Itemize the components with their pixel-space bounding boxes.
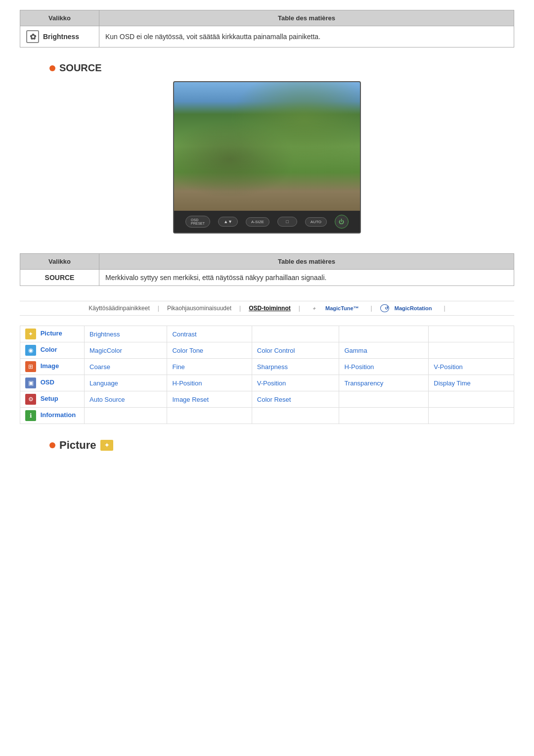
nav-magicrotation-label[interactable]: MagicRotation bbox=[391, 305, 436, 311]
brightness-row: ✿ Brightness bbox=[26, 30, 93, 43]
source-header: SOURCE bbox=[49, 62, 514, 74]
nav-sep-2: | bbox=[235, 305, 245, 312]
col1-header: Valikko bbox=[20, 10, 99, 26]
picture-title: Picture bbox=[59, 439, 96, 452]
nav-sep-1: | bbox=[154, 305, 163, 312]
osd-menu-color: ◉ Color bbox=[20, 342, 85, 359]
image-vposition-link[interactable]: V-Position bbox=[429, 359, 514, 375]
osd-row-image: ⊞ Image Coarse Fine Sharpness H-Position… bbox=[20, 359, 514, 375]
osd-hposition-link[interactable]: H-Position bbox=[167, 375, 252, 391]
info-empty-3 bbox=[252, 408, 339, 424]
osd-row-information: ℹ Information bbox=[20, 408, 514, 424]
setup-menu-icon: ⚙ bbox=[25, 394, 36, 405]
nav-sep-4: | bbox=[367, 305, 376, 312]
picture-menu-label[interactable]: Picture bbox=[41, 330, 62, 337]
image-menu-label[interactable]: Image bbox=[41, 362, 59, 370]
col2-header-2: Table des matières bbox=[99, 254, 514, 270]
color-magiccolor-link[interactable]: MagicColor bbox=[85, 342, 167, 359]
osd-menu-osd: ▣ OSD bbox=[20, 375, 85, 391]
arrow-button[interactable]: ▲▼ bbox=[218, 217, 238, 227]
brightness-desc: Kun OSD ei ole näytössä, voit säätää kir… bbox=[99, 26, 514, 47]
nav-magicrotation[interactable]: ↺ MagicRotation bbox=[376, 304, 440, 312]
nav-item-controls[interactable]: Käyttösäädinpainikkeet bbox=[85, 305, 153, 312]
color-empty bbox=[429, 342, 514, 359]
nav-item-shortcuts[interactable]: Pikaohjausominaisuudet bbox=[163, 305, 235, 312]
power-button[interactable]: ⏻ bbox=[335, 215, 349, 229]
info-empty-2 bbox=[167, 408, 252, 424]
picture-icon-box: ✦ bbox=[100, 440, 113, 451]
osd-menu-picture: ✦ Picture bbox=[20, 326, 85, 342]
osd-navigation-table: ✦ Picture Brightness Contrast ◉ Color Ma… bbox=[20, 326, 514, 424]
col1-header-2: Valikko bbox=[20, 254, 99, 270]
nav-item-osd[interactable]: OSD-toiminnot bbox=[245, 305, 295, 312]
image-fine-link[interactable]: Fine bbox=[167, 359, 252, 375]
gear-icon: ✿ bbox=[26, 30, 39, 43]
color-tone-link[interactable]: Color Tone bbox=[167, 342, 252, 359]
osd-menu-information: ℹ Information bbox=[20, 408, 85, 424]
source-dot bbox=[49, 65, 55, 71]
source-title: SOURCE bbox=[59, 62, 102, 74]
color-menu-label[interactable]: Color bbox=[41, 346, 57, 353]
color-menu-icon: ◉ bbox=[25, 345, 36, 356]
osd-displaytime-link[interactable]: Display Time bbox=[429, 375, 514, 391]
image-hposition-link[interactable]: H-Position bbox=[339, 359, 429, 375]
picture-empty-3 bbox=[429, 326, 514, 342]
info-empty-1 bbox=[85, 408, 167, 424]
setup-menu-label[interactable]: Setup bbox=[41, 395, 58, 402]
monitor-screen bbox=[174, 82, 360, 211]
picture-brightness-link[interactable]: Brightness bbox=[85, 326, 167, 342]
image-sharpness-link[interactable]: Sharpness bbox=[252, 359, 339, 375]
valikko-table-1: Valikko Table des matières ✿ Brightness … bbox=[20, 10, 514, 47]
setup-empty-2 bbox=[429, 391, 514, 408]
info-empty-5 bbox=[429, 408, 514, 424]
preset-button[interactable]: OSDPRESET bbox=[185, 216, 210, 228]
osd-menu-label[interactable]: OSD bbox=[41, 378, 54, 386]
setup-imagereset-link[interactable]: Image Reset bbox=[167, 391, 252, 408]
image-coarse-link[interactable]: Coarse bbox=[85, 359, 167, 375]
image-menu-icon: ⊞ bbox=[25, 361, 36, 372]
osd-menu-setup: ⚙ Setup bbox=[20, 391, 85, 408]
nav-bar: Käyttösäädinpainikkeet | Pikaohjausomina… bbox=[20, 301, 514, 316]
setup-colorreset-link[interactable]: Color Reset bbox=[252, 391, 339, 408]
osd-menu-icon: ▣ bbox=[25, 378, 36, 388]
setup-empty-1 bbox=[339, 391, 429, 408]
color-control-link[interactable]: Color Control bbox=[252, 342, 339, 359]
picture-empty-2 bbox=[339, 326, 429, 342]
picture-contrast-link[interactable]: Contrast bbox=[167, 326, 252, 342]
setup-autosource-link[interactable]: Auto Source bbox=[85, 391, 167, 408]
nav-sep-5: | bbox=[440, 305, 449, 312]
info-menu-icon: ℹ bbox=[25, 410, 36, 421]
nav-magictune-label[interactable]: MagicTune™ bbox=[321, 305, 363, 311]
brightness-label: Brightness bbox=[43, 33, 79, 41]
osd-row-setup: ⚙ Setup Auto Source Image Reset Color Re… bbox=[20, 391, 514, 408]
auto-button[interactable]: AUTO bbox=[305, 217, 327, 227]
picture-section-header: Picture ✦ bbox=[49, 439, 514, 452]
monitor-container: OSDPRESET ▲▼ A-SIZE □ AUTO ⏻ bbox=[163, 81, 371, 234]
nav-sep-3: | bbox=[295, 305, 304, 312]
source-desc: Merkkivalo syttyy sen merkiksi, että näy… bbox=[99, 270, 514, 286]
nav-brand-magictune: ✦ MagicTune™ bbox=[304, 305, 367, 311]
col2-header: Table des matières bbox=[99, 10, 514, 26]
picture-empty-1 bbox=[252, 326, 339, 342]
osd-menu-image: ⊞ Image bbox=[20, 359, 85, 375]
monitor: OSDPRESET ▲▼ A-SIZE □ AUTO ⏻ bbox=[173, 81, 361, 234]
osd-row-color: ◉ Color MagicColor Color Tone Color Cont… bbox=[20, 342, 514, 359]
source-row: SOURCE bbox=[26, 274, 93, 282]
monitor-button[interactable]: □ bbox=[277, 217, 297, 227]
osd-transparency-link[interactable]: Transparency bbox=[339, 375, 429, 391]
valikko-table-2: Valikko Table des matières SOURCE Merkki… bbox=[20, 253, 514, 286]
osd-row-osd: ▣ OSD Language H-Position V-Position Tra… bbox=[20, 375, 514, 391]
source-label: SOURCE bbox=[45, 274, 75, 282]
picture-menu-icon: ✦ bbox=[25, 329, 36, 339]
color-gamma-link[interactable]: Gamma bbox=[339, 342, 429, 359]
magicrotation-icon: ↺ bbox=[380, 304, 389, 312]
asize-button[interactable]: A-SIZE bbox=[246, 217, 269, 227]
picture-dot bbox=[49, 442, 55, 448]
monitor-controls: OSDPRESET ▲▼ A-SIZE □ AUTO ⏻ bbox=[174, 211, 360, 233]
info-menu-label[interactable]: Information bbox=[41, 411, 76, 419]
info-empty-4 bbox=[339, 408, 429, 424]
osd-row-picture: ✦ Picture Brightness Contrast bbox=[20, 326, 514, 342]
osd-vposition-link[interactable]: V-Position bbox=[252, 375, 339, 391]
osd-language-link[interactable]: Language bbox=[85, 375, 167, 391]
